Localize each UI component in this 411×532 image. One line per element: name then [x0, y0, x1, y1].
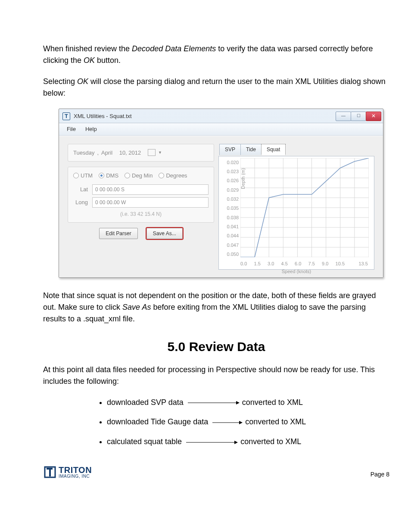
list-item: calculated squat tableconverted to XML — [107, 436, 389, 448]
save-as-button[interactable]: Save As... — [146, 228, 183, 239]
section-heading: 5.0 Review Data — [43, 337, 389, 356]
lat-input[interactable]: 0 00 00.00 S — [92, 184, 209, 195]
chart-ylabel: Depth (m) — [240, 168, 247, 189]
paragraph-4: At this point all data files needed for … — [43, 364, 389, 387]
radio-utm[interactable]: UTM — [73, 171, 93, 180]
tab-strip: SVP Tide Squat — [218, 144, 374, 155]
chart-plot-area: Depth (m) — [240, 158, 369, 257]
arrow-icon — [212, 417, 243, 428]
xml-utilities-window: T XML Utilities - Squat.txt — ☐ ✕ File H… — [59, 109, 383, 278]
tab-squat[interactable]: Squat — [261, 144, 286, 155]
list-item: downloaded Tide Gauge dataconverted to X… — [107, 416, 389, 428]
logo-icon — [43, 465, 57, 479]
svg-marker-24 — [239, 421, 243, 424]
edit-parser-button[interactable]: Edit Parser — [99, 228, 137, 239]
radio-degmin[interactable]: Deg Min — [125, 171, 153, 180]
date-picker[interactable]: Tuesday , April 10, 2012 ▼ — [73, 149, 209, 157]
svg-marker-26 — [234, 441, 238, 444]
arrow-icon — [188, 397, 240, 408]
date-group: Tuesday , April 10, 2012 ▼ — [68, 144, 214, 162]
close-button[interactable]: ✕ — [366, 112, 381, 121]
window-title: XML Utilities - Squat.txt — [74, 112, 132, 121]
paragraph-1: When finished review the Decoded Data El… — [43, 43, 389, 66]
chart-xticks: 0.0 1.5 3.0 4.5 6.0 7.5 9.0 10.5 13.5 — [240, 260, 368, 268]
long-input[interactable]: 0 00 00.00 W — [92, 197, 209, 208]
chart-panel: 0.020 0.023 0.026 0.029 0.032 0.035 0.03… — [218, 156, 374, 270]
tab-svp[interactable]: SVP — [219, 144, 241, 155]
coord-hint: (i.e. 33 42 15.4 N) — [73, 210, 209, 218]
chart-yticks: 0.020 0.023 0.026 0.029 0.032 0.035 0.03… — [219, 158, 240, 258]
svg-marker-22 — [236, 401, 240, 404]
long-label: Long — [73, 198, 88, 207]
minimize-button[interactable]: — — [336, 112, 351, 121]
maximize-button[interactable]: ☐ — [351, 112, 366, 121]
triton-logo: TRITON IMAGING, INC — [43, 465, 92, 479]
lat-label: Lat — [73, 185, 88, 194]
app-icon: T — [62, 112, 70, 120]
radio-degrees[interactable]: Degrees — [159, 171, 187, 180]
review-list: downloaded SVP dataconverted to XMLdownl… — [90, 397, 389, 448]
paragraph-2: Selecting OK will close the parsing dial… — [43, 76, 389, 99]
radio-dms[interactable]: DMS — [99, 171, 118, 180]
chart-xlabel: Speed (knots) — [219, 268, 374, 275]
paragraph-3: Note that since squat is not dependent o… — [43, 290, 389, 325]
list-item: downloaded SVP dataconverted to XML — [107, 397, 389, 409]
page-number: Page 8 — [371, 470, 389, 479]
menu-file[interactable]: File — [67, 125, 76, 134]
coord-group: UTM DMS Deg Min Degrees Lat 0 00 00.00 S… — [68, 167, 214, 223]
arrow-icon — [186, 436, 238, 448]
chevron-down-icon: ▼ — [158, 150, 162, 156]
menu-bar: File Help — [59, 123, 383, 136]
window-titlebar: T XML Utilities - Squat.txt — ☐ ✕ — [59, 109, 383, 123]
calendar-icon — [148, 149, 156, 156]
tab-tide[interactable]: Tide — [240, 144, 262, 155]
menu-help[interactable]: Help — [85, 125, 97, 134]
